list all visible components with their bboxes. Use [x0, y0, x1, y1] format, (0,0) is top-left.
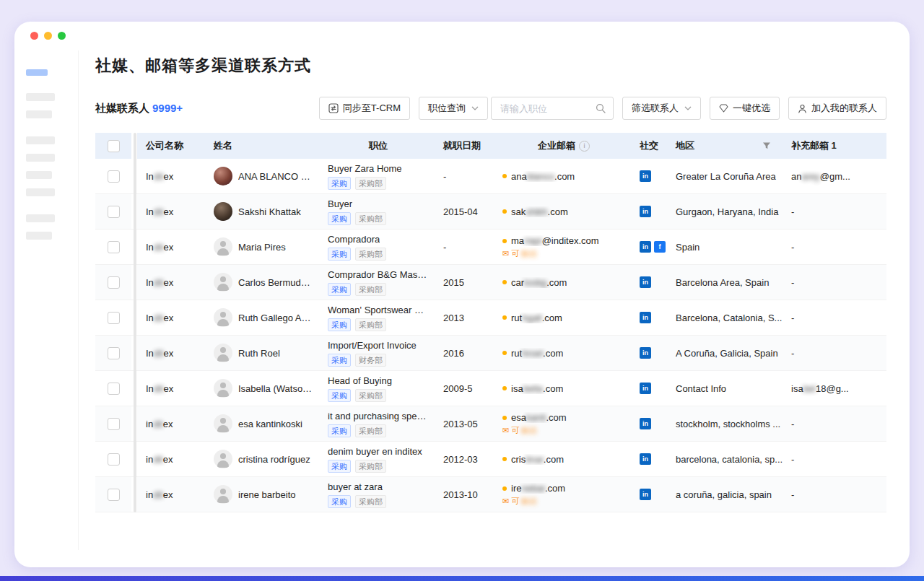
sidebar-skeleton-item: [26, 136, 55, 144]
start-date: 2015: [435, 265, 494, 300]
tag-department: 采购部: [355, 177, 386, 190]
start-date: 2013-10: [435, 477, 494, 512]
tag-department: 采购部: [355, 495, 386, 508]
avatar: [214, 485, 232, 504]
avatar: [214, 379, 232, 398]
linkedin-icon[interactable]: in: [640, 276, 651, 288]
sync-to-crm-button[interactable]: 同步至T-CRM: [319, 97, 410, 120]
region: a coruña, galicia, spain: [667, 477, 783, 512]
extra-email: -: [783, 300, 886, 335]
contacts-table: 公司名称 姓名 职位 就职日期 企业邮箱 i 社交 地区 补充邮箱 1: [95, 133, 886, 512]
table-row: Inditex Ruth Roel Import/Export Invoice …: [95, 336, 886, 371]
gem-icon: [719, 104, 728, 113]
select-all-checkbox[interactable]: [108, 140, 120, 152]
linkedin-icon[interactable]: in: [640, 383, 651, 394]
zoom-button[interactable]: [58, 32, 66, 40]
table-row: Inditex Sakshi Khattak Buyer 采购 采购部 2015…: [95, 194, 886, 230]
one-click-optimize-button[interactable]: 一键优选: [710, 97, 780, 120]
tag-department: 采购部: [355, 283, 386, 296]
email-line: isabella.com: [502, 383, 563, 394]
company-email: ruthgall.com: [511, 313, 562, 323]
linkedin-icon[interactable]: in: [640, 347, 651, 359]
extra-email: -: [783, 442, 886, 476]
tag-department: 采购部: [355, 389, 386, 402]
row-checkbox[interactable]: [108, 347, 120, 359]
avatar: [214, 450, 232, 468]
sidebar: [26, 69, 77, 249]
start-date: -: [435, 159, 494, 193]
tag-department: 财务部: [355, 354, 386, 367]
email-status-dot: [502, 280, 507, 284]
company-email: esakanti.com: [511, 412, 567, 423]
start-date: 2009-5: [435, 371, 494, 406]
linkedin-icon[interactable]: in: [640, 206, 651, 217]
table-row: Inditex ANA BLANCO REY Buyer Zara Home 采…: [95, 159, 886, 194]
column-header-title: 职位: [319, 133, 435, 159]
tag-purchase: 采购: [328, 248, 351, 261]
add-to-my-contacts-label: 加入我的联系人: [811, 102, 877, 115]
contact-name: Maria Pires: [238, 242, 286, 253]
job-tags: 采购 采购部: [328, 248, 386, 261]
email-status-dot: [502, 239, 507, 243]
contact-name: Sakshi Khattak: [238, 206, 301, 217]
linkedin-icon[interactable]: in: [640, 312, 651, 323]
job-title: Comprador B&G Massi...: [328, 269, 429, 280]
company-name: Inditex: [137, 159, 205, 193]
row-checkbox[interactable]: [108, 418, 120, 430]
start-date: 2013: [435, 300, 494, 335]
company-email: cristinar.com: [511, 454, 564, 465]
row-checkbox[interactable]: [108, 312, 120, 324]
close-button[interactable]: [30, 32, 38, 40]
facebook-icon[interactable]: f: [654, 241, 666, 253]
table-row: Inditex Ruth Gallego Agulló Woman' Sport…: [95, 300, 886, 336]
info-icon[interactable]: i: [579, 141, 590, 152]
avatar: [214, 273, 232, 292]
job-title: it and purchasing speci...: [328, 411, 429, 421]
linkedin-icon[interactable]: in: [640, 453, 651, 465]
reachable-badge: ✉ 可触达: [502, 248, 537, 258]
sidebar-item-active[interactable]: [26, 69, 48, 76]
sync-icon: [328, 103, 339, 113]
linkedin-icon[interactable]: in: [640, 170, 651, 182]
row-checkbox[interactable]: [108, 241, 120, 253]
minimize-button[interactable]: [44, 32, 52, 40]
position-search-input[interactable]: [499, 102, 596, 115]
job-title: Compradora: [328, 234, 380, 245]
tag-purchase: 采购: [328, 495, 351, 508]
search-icon[interactable]: [596, 103, 606, 113]
start-date: 2012-03: [435, 442, 494, 476]
job-tags: 采购 采购部: [328, 460, 386, 473]
column-header-social: 社交: [631, 133, 667, 159]
row-checkbox[interactable]: [108, 383, 120, 395]
position-query-dropdown[interactable]: 职位查询: [419, 97, 488, 120]
company-name: Inditex: [137, 265, 205, 300]
filter-contacts-dropdown[interactable]: 筛选联系人: [622, 97, 701, 120]
linkedin-icon[interactable]: in: [640, 418, 651, 429]
row-checkbox[interactable]: [108, 206, 120, 218]
contact-name: esa kantinkoski: [238, 419, 302, 429]
filter-funnel-icon[interactable]: [762, 141, 771, 150]
sync-to-crm-label: 同步至T-CRM: [343, 102, 401, 115]
job-tags: 采购 采购部: [328, 283, 386, 296]
email-line: anablanco.com: [502, 171, 575, 182]
row-checkbox[interactable]: [108, 276, 120, 289]
tag-department: 采购部: [355, 424, 386, 437]
contact-name: ANA BLANCO REY: [238, 171, 313, 182]
company-email: carlosbg.com: [511, 277, 567, 288]
linkedin-icon[interactable]: in: [640, 489, 651, 500]
table-row: inditex irene barbeito buyer at zara 采购 …: [95, 477, 886, 512]
add-to-my-contacts-button[interactable]: 加入我的联系人: [788, 97, 886, 120]
linkedin-icon[interactable]: in: [640, 241, 651, 253]
pinned-column-scrollbar[interactable]: [134, 133, 136, 512]
row-checkbox[interactable]: [108, 170, 120, 183]
row-checkbox[interactable]: [108, 453, 120, 466]
contact-name: Ruth Gallego Agulló: [238, 313, 313, 323]
company-name: inditex: [137, 477, 205, 512]
filter-contacts-label: 筛选联系人: [632, 102, 679, 115]
company-name: Inditex: [137, 336, 205, 370]
toolbar: 同步至T-CRM 职位查询: [319, 97, 886, 120]
avatar: [214, 237, 232, 256]
email-status-dot: [502, 457, 507, 461]
sidebar-divider: [78, 51, 79, 550]
row-checkbox[interactable]: [108, 489, 120, 501]
